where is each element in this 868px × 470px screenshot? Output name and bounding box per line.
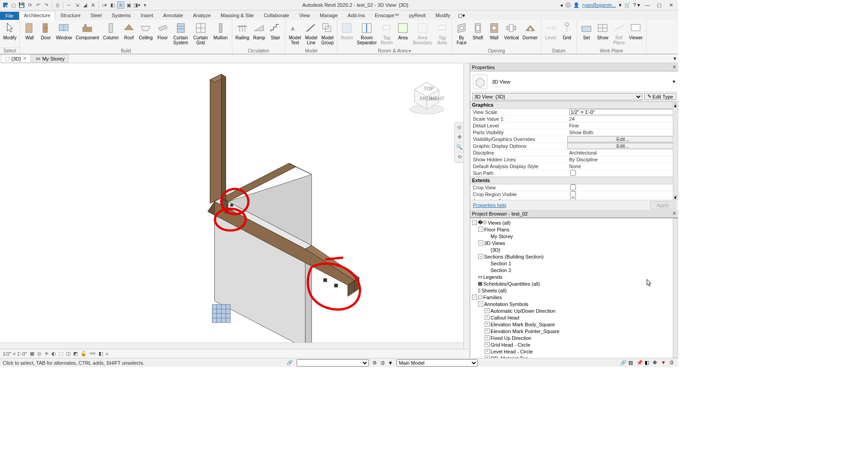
tab-modify[interactable]: Modify [431,11,455,20]
minimize-button[interactable]: — [643,1,652,9]
viewer-button[interactable]: Viewer [627,21,644,41]
select-pinned-icon[interactable]: 📌 [637,360,643,366]
tag-room-button[interactable]: Tag Room [379,21,394,46]
render-dialog-icon[interactable]: ⬚ [59,351,63,357]
grid-button[interactable]: Grid [559,21,575,41]
measure-icon[interactable]: ↔ [65,1,72,9]
detail-icon[interactable]: ▦ [30,351,34,357]
railing-button[interactable]: Railing [234,21,251,41]
modify-button[interactable]: Modify [2,21,18,41]
ceiling-button[interactable]: Ceiling [137,21,154,41]
tab-structure[interactable]: Structure [55,11,85,20]
room-separator-button[interactable]: Room Separator [355,21,378,46]
tag-area-button[interactable]: Tag Area [434,21,450,46]
ref-plane-button[interactable]: Ref Plane [611,21,627,46]
background-icon[interactable]: :0 [669,360,675,366]
floor-button[interactable]: Floor [155,21,170,41]
default3d-icon[interactable]: ⌂▾ [101,1,108,9]
filter-icon[interactable]: ▼ [661,360,667,366]
switch-windows-icon[interactable]: ◨▾ [133,1,141,9]
instance-selector[interactable]: 3D View: {3D} [472,93,642,100]
canvas-scrollbar-h[interactable] [0,343,463,349]
set-button[interactable]: Set [579,21,594,41]
vg-edit-button[interactable]: Edit... [567,136,676,142]
close-icon[interactable]: ✕ [672,64,676,70]
tab-pyrevit[interactable]: pyRevit [404,11,431,20]
reveal-hidden-icon[interactable]: ◧ [99,351,103,357]
vertical-button[interactable]: Vertical [503,21,520,41]
canvas-scrollbar-v[interactable] [463,63,470,349]
close-inactive-icon[interactable]: ▣ [125,1,132,9]
chevron-down-icon[interactable]: ▾ [673,79,675,85]
component-button[interactable]: Component [74,21,100,41]
design-options-select[interactable] [297,359,369,367]
tab-systems[interactable]: Systems [107,11,136,20]
orbit-icon[interactable]: ⟲ [455,152,464,162]
tab-architecture[interactable]: Architecture [19,11,56,20]
info-left-icon[interactable]: ◂ [560,2,563,8]
dormer-button[interactable]: Dormer [521,21,539,41]
tab-steel[interactable]: Steel [85,11,107,20]
exclude-icon[interactable]: ⊘ [373,360,377,366]
tab-massing[interactable]: Massing & Site [216,11,259,20]
close-icon[interactable]: ✕ [672,211,676,216]
browser-scrollbar[interactable] [673,218,678,358]
sun-path-checkbox[interactable] [570,170,576,176]
window-button[interactable]: Window [54,21,73,41]
model-group-button[interactable]: Model Group [320,21,335,46]
save-icon[interactable]: 💾 [18,1,25,9]
tab-insert[interactable]: Insert [136,11,158,20]
open-icon[interactable]: ▢ [10,1,17,9]
properties-help-link[interactable]: Properties help [473,202,506,208]
crop-show-icon[interactable]: ◩ [73,351,78,357]
thinlines-icon[interactable]: ≡ [117,1,124,9]
file-tab[interactable]: File [0,12,19,20]
ramp-button[interactable]: Ramp [251,21,267,41]
select-face-icon[interactable]: ◧ [645,360,651,366]
tab-enscape[interactable]: Enscape™ [370,11,404,20]
view-scale-input[interactable] [569,109,678,115]
column-button[interactable]: Column [101,21,120,41]
visual-style-icon[interactable]: ◎ [37,351,42,357]
apply-button[interactable]: Apply [650,201,675,209]
view-tab-mystorey[interactable]: ▭ My Storey [32,54,69,63]
curtain-system-button[interactable]: Curtain System [171,21,190,46]
sync-icon[interactable]: ⟳ [26,1,33,9]
section-icon[interactable]: ◧ [109,1,116,9]
pan-icon[interactable]: ✥ [455,132,464,142]
tab-view[interactable]: View [294,11,315,20]
unlock-icon[interactable]: 🔓 [80,351,87,357]
shadows-icon[interactable]: ◐ [52,351,56,357]
tab-collaborate[interactable]: Collaborate [259,11,294,20]
undo-icon[interactable]: ↶ [34,1,42,9]
level-button[interactable]: Level [543,21,558,41]
crop-icon[interactable]: ◫ [66,351,71,357]
scale-display[interactable]: 1/2" = 1'-0" [3,351,27,357]
canvas-3d-view[interactable]: FRONT RIGHT TOP ◎ ✥ 🔍 ⟲ 1/2" = 1'-0" ▦ ◎… [0,63,470,358]
edit-type-button[interactable]: ✎Edit Type [644,93,676,100]
redo-icon[interactable]: ↷ [42,1,50,9]
tab-annotate[interactable]: Annotate [158,11,188,20]
by-face-button[interactable]: By Face [454,21,469,46]
model-line-button[interactable]: Model Line [303,21,319,46]
curtain-grid-button[interactable]: Curtain Grid [191,21,210,46]
shaft-button[interactable]: Shaft [470,21,486,41]
zoom-icon[interactable]: 🔍 [455,142,464,152]
stair-button[interactable]: Stair [268,21,283,41]
cart-icon[interactable]: 🛒 [624,2,631,8]
tab-manage[interactable]: Manage [315,11,343,20]
help-icon[interactable]: ? ▾ [633,2,640,8]
main-model-select[interactable]: Main Model [396,359,478,367]
close-icon[interactable]: ✕ [23,56,27,61]
sun-path-icon[interactable]: ☀ [44,351,49,357]
collapse-icon[interactable]: − [472,220,477,225]
crop-view-checkbox[interactable] [570,184,576,190]
close-button[interactable]: ✕ [666,1,675,9]
door-button[interactable]: Door [38,21,53,41]
filter-icon[interactable]: ▼ [388,360,393,366]
project-browser[interactable]: −�⦾Views (all) −Floor Plans My Storey −3… [470,218,678,358]
roof-button[interactable]: Roof [121,21,137,41]
print-icon[interactable]: ⎙ [54,1,61,9]
view-tab-3d[interactable]: ⬚ {3D} ✕ [1,54,31,63]
mullion-button[interactable]: Mullion [211,21,230,41]
